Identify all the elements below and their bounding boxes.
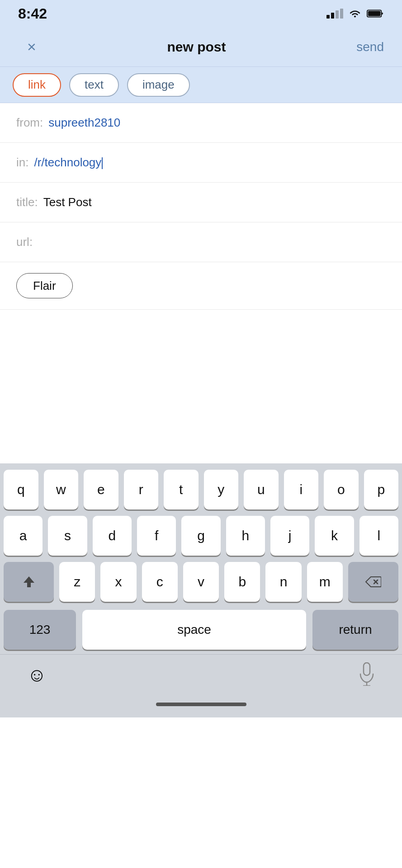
flair-row: Flair [0,262,402,310]
key-h[interactable]: h [226,516,265,556]
battery-icon [367,9,384,18]
status-icons [326,8,384,19]
title-row[interactable]: title: Test Post [0,183,402,222]
key-p[interactable]: p [364,470,399,509]
tab-link[interactable]: link [13,73,61,97]
from-row: from: supreeth2810 [0,103,402,143]
wifi-icon [349,8,361,19]
key-r[interactable]: r [124,470,159,509]
key-x[interactable]: x [100,562,136,602]
page-title: new post [167,39,226,55]
status-bar: 8:42 [0,0,402,27]
key-e[interactable]: e [84,470,118,509]
key-d[interactable]: d [93,516,132,556]
close-button[interactable]: × [18,38,45,56]
svg-rect-2 [364,663,370,675]
mic-icon[interactable] [359,662,375,688]
send-button[interactable]: send [348,40,384,54]
key-o[interactable]: o [324,470,359,509]
key-123[interactable]: 123 [4,610,76,650]
signal-icon [326,9,343,19]
url-row[interactable]: url: [0,222,402,262]
url-label: url: [16,235,33,249]
key-l[interactable]: l [359,516,398,556]
flair-button[interactable]: Flair [16,273,73,298]
form-area: from: supreeth2810 in: /r/technology tit… [0,103,402,463]
svg-rect-1 [368,11,381,16]
in-label: in: [16,156,28,170]
key-n[interactable]: n [265,562,301,602]
home-indicator [0,695,402,717]
tab-bar: link text image [0,67,402,103]
home-bar [156,703,246,706]
key-s[interactable]: s [48,516,87,556]
space-key[interactable]: space [82,610,306,650]
key-m[interactable]: m [307,562,343,602]
keyboard-accessory: ☺ [0,654,402,695]
key-c[interactable]: c [142,562,178,602]
key-q[interactable]: q [4,470,38,509]
key-y[interactable]: y [204,470,239,509]
emoji-icon[interactable]: ☺ [27,664,47,686]
keyboard-row-2: a s d f g h j k l [4,516,398,556]
title-label: title: [16,195,38,209]
tab-text[interactable]: text [69,73,119,97]
in-value: /r/technology [34,156,386,170]
keyboard-rows: q w e r t y u i o p a s d f g h j k l [0,463,402,604]
in-row[interactable]: in: /r/technology [0,143,402,183]
keyboard-bottom-row: 123 space return [0,610,402,654]
key-f[interactable]: f [137,516,176,556]
key-u[interactable]: u [244,470,279,509]
backspace-key[interactable] [348,562,398,602]
from-value: supreeth2810 [48,116,386,130]
key-t[interactable]: t [164,470,199,509]
title-value: Test Post [43,195,386,209]
key-b[interactable]: b [224,562,260,602]
key-i[interactable]: i [284,470,319,509]
key-k[interactable]: k [315,516,354,556]
nav-bar: × new post send [0,27,402,67]
return-key[interactable]: return [312,610,398,650]
tab-image[interactable]: image [127,73,190,97]
keyboard-row-3: z x c v b n m [4,562,398,602]
keyboard-row-1: q w e r t y u i o p [4,470,398,509]
from-label: from: [16,116,43,130]
key-j[interactable]: j [270,516,309,556]
status-time: 8:42 [18,5,47,22]
key-z[interactable]: z [59,562,95,602]
key-w[interactable]: w [44,470,79,509]
shift-key[interactable] [4,562,54,602]
content-area [0,310,402,463]
key-g[interactable]: g [181,516,220,556]
keyboard: q w e r t y u i o p a s d f g h j k l [0,463,402,717]
key-a[interactable]: a [4,516,43,556]
key-v[interactable]: v [183,562,219,602]
